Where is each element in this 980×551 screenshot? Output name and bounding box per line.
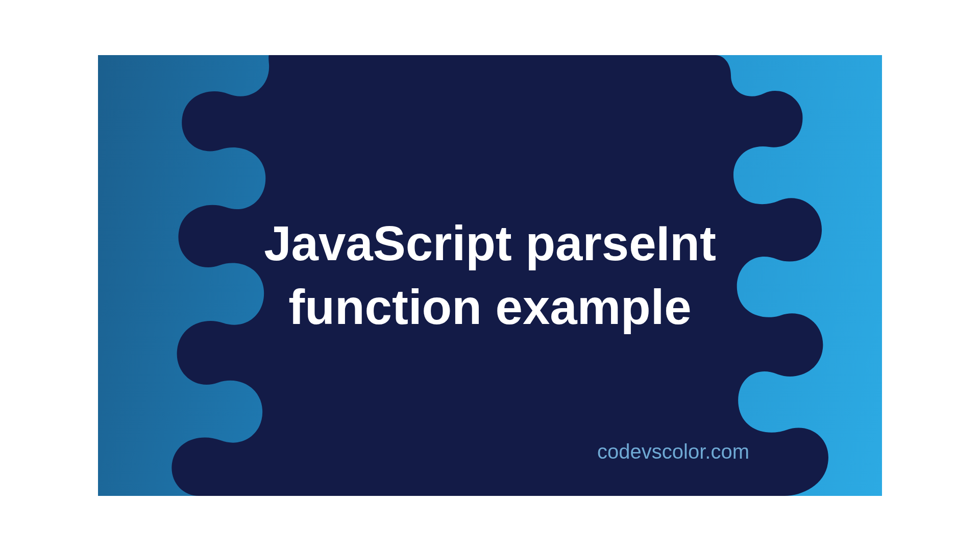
blob-shape	[98, 55, 882, 496]
site-credit: codevscolor.com	[597, 440, 749, 463]
hero-card: JavaScript parseInt function example cod…	[98, 55, 882, 496]
